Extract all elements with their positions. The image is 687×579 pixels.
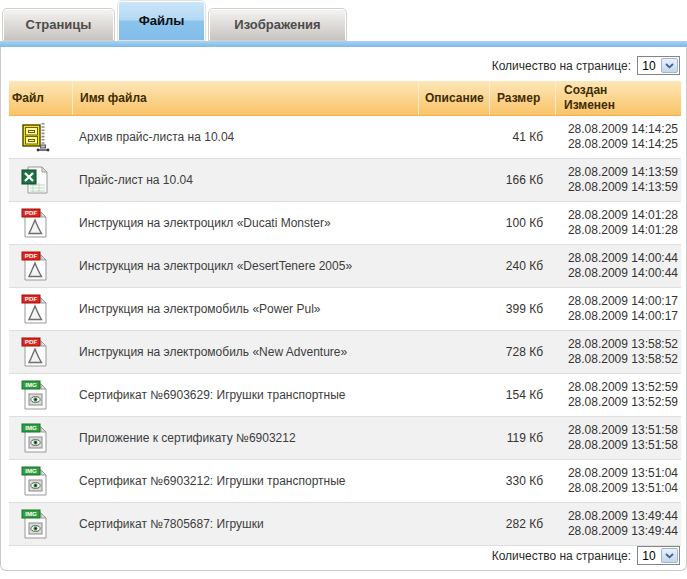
image-file-icon: IMG bbox=[19, 379, 51, 411]
svg-text:PDF: PDF bbox=[25, 338, 38, 345]
file-icon-cell: PDF bbox=[9, 293, 72, 325]
file-created: 28.08.2009 13:52:59 bbox=[555, 380, 678, 395]
tab-bar: Страницы Файлы Изображения bbox=[0, 0, 687, 47]
file-created: 28.08.2009 13:51:58 bbox=[555, 423, 678, 438]
file-created: 28.08.2009 13:58:52 bbox=[555, 337, 678, 352]
file-dates: 28.08.2009 14:00:4428.08.2009 14:00:44 bbox=[555, 251, 681, 281]
zip-file-icon bbox=[19, 121, 51, 153]
file-dates: 28.08.2009 13:51:0428.08.2009 13:51:04 bbox=[555, 466, 681, 496]
file-icon-cell: PDF bbox=[9, 336, 72, 368]
file-size: 166 Кб bbox=[489, 173, 555, 187]
file-name[interactable]: Сертификат №7805687: Игрушки bbox=[72, 517, 418, 531]
file-modified: 28.08.2009 13:49:44 bbox=[555, 524, 678, 539]
file-icon-cell: PDF bbox=[9, 250, 72, 282]
svg-text:IMG: IMG bbox=[25, 510, 37, 517]
file-name[interactable]: Сертификат №6903212: Игрушки транспортны… bbox=[72, 474, 418, 488]
file-name[interactable]: Прайс-лист на 10.04 bbox=[72, 173, 418, 187]
chevron-down-icon[interactable] bbox=[661, 58, 678, 73]
table-row[interactable]: IMG Приложение к сертификату №6903212119… bbox=[9, 417, 681, 460]
file-dates: 28.08.2009 14:13:5928.08.2009 14:13:59 bbox=[555, 165, 681, 195]
file-dates: 28.08.2009 14:00:1728.08.2009 14:00:17 bbox=[555, 294, 681, 324]
svg-text:PDF: PDF bbox=[25, 252, 38, 259]
pdf-file-icon: PDF bbox=[19, 207, 51, 239]
file-modified: 28.08.2009 14:00:17 bbox=[555, 309, 678, 324]
file-icon-cell bbox=[9, 121, 72, 153]
image-file-icon: IMG bbox=[19, 465, 51, 497]
svg-text:PDF: PDF bbox=[25, 295, 38, 302]
column-header-created-modified: Создан Изменен bbox=[555, 81, 681, 115]
image-file-icon: IMG bbox=[19, 422, 51, 454]
file-size: 282 Кб bbox=[489, 517, 555, 531]
table-body: Архив прайс-листа на 10.0441 Кб28.08.200… bbox=[9, 116, 681, 546]
file-size: 41 Кб bbox=[489, 130, 555, 144]
file-modified: 28.08.2009 14:01:28 bbox=[555, 223, 678, 238]
file-modified: 28.08.2009 13:51:58 bbox=[555, 438, 678, 453]
page-size-value: 10 bbox=[638, 57, 660, 74]
chevron-down-icon[interactable] bbox=[661, 548, 678, 563]
excel-file-icon bbox=[19, 164, 51, 196]
file-created: 28.08.2009 14:00:44 bbox=[555, 251, 678, 266]
file-icon-cell: IMG bbox=[9, 508, 72, 540]
content-panel: Количество на странице: 10 Файл Имя файл… bbox=[0, 47, 687, 571]
file-size: 100 Кб bbox=[489, 216, 555, 230]
file-size: 399 Кб bbox=[489, 302, 555, 316]
file-size: 240 Кб bbox=[489, 259, 555, 273]
file-name[interactable]: Инструкция на электромобиль «New Adventu… bbox=[72, 345, 418, 359]
file-size: 330 Кб bbox=[489, 474, 555, 488]
file-modified: 28.08.2009 13:58:52 bbox=[555, 352, 678, 367]
pagination-bottom: Количество на странице: 10 bbox=[1, 546, 686, 575]
svg-text:IMG: IMG bbox=[25, 424, 37, 431]
table-row[interactable]: IMG Сертификат №7805687: Игрушки282 Кб28… bbox=[9, 503, 681, 546]
file-name[interactable]: Инструкция на электроцикл «Ducati Monste… bbox=[72, 216, 418, 230]
file-size: 154 Кб bbox=[489, 388, 555, 402]
svg-text:IMG: IMG bbox=[25, 381, 37, 388]
file-created: 28.08.2009 13:51:04 bbox=[555, 466, 678, 481]
file-created: 28.08.2009 14:00:17 bbox=[555, 294, 678, 309]
table-row[interactable]: PDF Инструкция на электроцикл «Ducati Mo… bbox=[9, 202, 681, 245]
file-created: 28.08.2009 14:14:25 bbox=[555, 122, 678, 137]
file-name[interactable]: Приложение к сертификату №6903212 bbox=[72, 431, 418, 445]
file-icon-cell: PDF bbox=[9, 207, 72, 239]
table-row[interactable]: Архив прайс-листа на 10.0441 Кб28.08.200… bbox=[9, 116, 681, 159]
pagination-top: Количество на странице: 10 bbox=[1, 47, 686, 79]
tab-images[interactable]: Изображения bbox=[208, 8, 347, 41]
column-header-file: Файл bbox=[9, 81, 72, 115]
file-modified: 28.08.2009 14:00:44 bbox=[555, 266, 678, 281]
files-table: Файл Имя файла Описание Размер Создан Из… bbox=[9, 81, 681, 546]
file-name[interactable]: Архив прайс-листа на 10.04 bbox=[72, 130, 418, 144]
page-size-label: Количество на странице: bbox=[492, 549, 631, 563]
file-icon-cell bbox=[9, 164, 72, 196]
file-icon-cell: IMG bbox=[9, 379, 72, 411]
table-row[interactable]: Прайс-лист на 10.04166 Кб28.08.2009 14:1… bbox=[9, 159, 681, 202]
column-header-size: Размер bbox=[489, 81, 555, 115]
file-manager-page: Страницы Файлы Изображения Количество на… bbox=[0, 0, 687, 579]
file-name[interactable]: Инструкция на электроцикл «DesertTenere … bbox=[72, 259, 418, 273]
file-modified: 28.08.2009 13:52:59 bbox=[555, 395, 678, 410]
file-dates: 28.08.2009 13:49:4428.08.2009 13:49:44 bbox=[555, 509, 681, 539]
table-row[interactable]: PDF Инструкция на электромобиль «New Adv… bbox=[9, 331, 681, 374]
file-dates: 28.08.2009 14:01:2828.08.2009 14:01:28 bbox=[555, 208, 681, 238]
svg-text:IMG: IMG bbox=[25, 467, 37, 474]
column-header-filename: Имя файла bbox=[72, 81, 418, 115]
table-row[interactable]: IMG Сертификат №6903629: Игрушки транспо… bbox=[9, 374, 681, 417]
table-header: Файл Имя файла Описание Размер Создан Из… bbox=[9, 81, 681, 116]
column-header-description: Описание bbox=[418, 81, 489, 115]
active-tab-underline bbox=[0, 41, 687, 47]
table-row[interactable]: PDF Инструкция на электроцикл «DesertTen… bbox=[9, 245, 681, 288]
page-size-select[interactable]: 10 bbox=[637, 546, 680, 565]
image-file-icon: IMG bbox=[19, 508, 51, 540]
tab-pages[interactable]: Страницы bbox=[2, 8, 115, 41]
page-size-label: Количество на странице: bbox=[492, 59, 631, 73]
file-created: 28.08.2009 14:13:59 bbox=[555, 165, 678, 180]
svg-text:PDF: PDF bbox=[25, 209, 38, 216]
page-size-value: 10 bbox=[638, 547, 660, 564]
file-icon-cell: IMG bbox=[9, 422, 72, 454]
file-name[interactable]: Сертификат №6903629: Игрушки транспортны… bbox=[72, 388, 418, 402]
file-name[interactable]: Инструкция на электромобиль «Power Pul» bbox=[72, 302, 418, 316]
page-size-select[interactable]: 10 bbox=[637, 56, 680, 75]
table-row[interactable]: IMG Сертификат №6903212: Игрушки транспо… bbox=[9, 460, 681, 503]
tab-files[interactable]: Файлы bbox=[117, 0, 206, 41]
file-dates: 28.08.2009 14:14:2528.08.2009 14:14:25 bbox=[555, 122, 681, 152]
pdf-file-icon: PDF bbox=[19, 293, 51, 325]
table-row[interactable]: PDF Инструкция на электромобиль «Power P… bbox=[9, 288, 681, 331]
